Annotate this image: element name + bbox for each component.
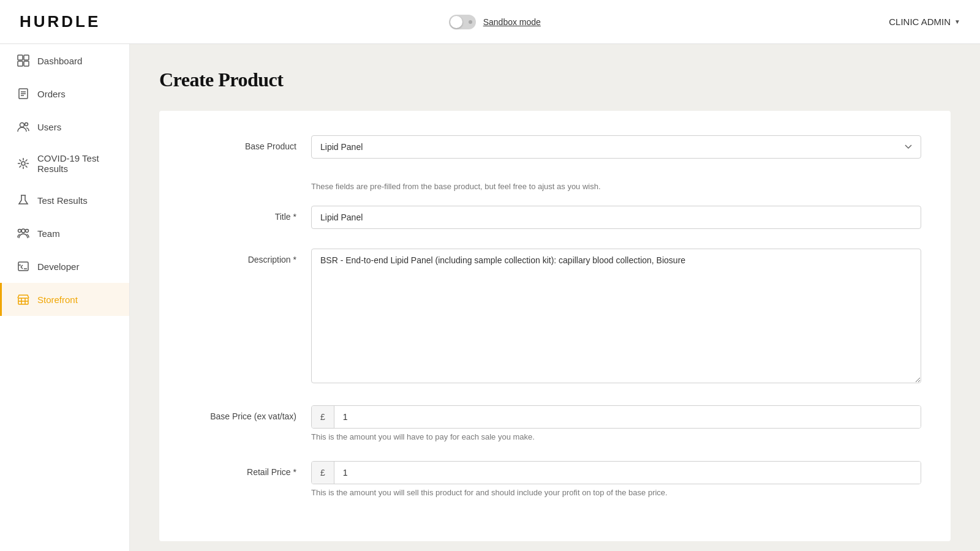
sidebar-item-label: Team [37,228,60,239]
test-results-icon [17,193,30,207]
clinic-admin-menu[interactable]: CLINIC ADMIN ▼ [889,17,960,27]
sidebar-item-team[interactable]: Team [0,217,129,250]
base-product-field: Lipid Panel Full Blood Count Thyroid Pan… [311,135,921,159]
base-price-wrapper: £ [311,405,921,429]
covid-icon [17,157,30,170]
svg-point-21 [26,230,29,233]
storefront-icon [17,293,30,306]
description-textarea[interactable]: BSR - End-to-end Lipid Panel (including … [311,249,921,383]
toggle-track[interactable] [449,15,476,29]
developer-icon [17,260,30,273]
svg-line-25 [21,267,23,269]
description-label: Description * [189,249,311,264]
svg-point-9 [25,123,28,126]
title-label: Title * [189,206,311,222]
svg-point-10 [21,162,25,165]
users-icon [17,120,30,133]
orders-icon [17,87,30,100]
svg-rect-23 [18,262,28,271]
svg-line-26 [21,265,23,267]
retail-price-input[interactable] [334,462,921,484]
base-price-row: Base Price (ex vat/tax) £ This is the am… [189,405,921,441]
clinic-admin-label: CLINIC ADMIN [889,17,951,27]
retail-price-wrapper: £ [311,461,921,484]
sidebar-item-label: Test Results [37,195,88,206]
title-row: Title * [189,206,921,229]
sandbox-label[interactable]: Sandbox mode [483,17,541,27]
svg-rect-0 [18,55,23,60]
sidebar-item-label: Storefront [37,294,78,305]
sidebar-item-covid[interactable]: COVID-19 Test Results [0,143,129,184]
header-center: Sandbox mode [449,15,541,29]
base-product-select[interactable]: Lipid Panel Full Blood Count Thyroid Pan… [311,135,921,159]
chevron-down-icon: ▼ [954,18,960,25]
svg-line-16 [26,166,28,168]
toggle-thumb [450,16,462,28]
svg-point-8 [20,123,24,127]
hint-row: These fields are pre-filled from the bas… [189,178,921,191]
sidebar-item-dashboard[interactable]: Dashboard [0,44,129,77]
base-price-currency: £ [312,406,334,428]
svg-rect-1 [24,55,29,60]
layout: Dashboard Orders Users [0,44,980,551]
sidebar-item-label: Users [37,122,61,132]
svg-line-18 [20,166,21,168]
retail-price-currency: £ [312,462,334,484]
svg-rect-2 [18,61,23,66]
page-title: Create Product [159,69,951,91]
base-product-label: Base Product [189,135,311,151]
base-price-field: £ This is the amount you will have to pa… [311,405,921,441]
retail-price-row: Retail Price * £ This is the amount you … [189,461,921,497]
retail-price-hint: This is the amount you will sell this pr… [311,488,921,497]
sidebar-item-label: Orders [37,89,66,99]
prefilled-hint: These fields are pre-filled from the bas… [311,182,921,191]
svg-line-17 [26,160,28,162]
main-content: Create Product Base Product Lipid Panel … [130,44,980,551]
team-icon [17,227,30,240]
sidebar-item-label: Dashboard [37,56,82,66]
form-card: Base Product Lipid Panel Full Blood Coun… [159,111,951,541]
svg-line-15 [20,160,21,162]
sidebar-item-users[interactable]: Users [0,110,129,143]
logo: HURDLE [20,12,100,31]
sidebar-item-storefront[interactable]: Storefront [0,283,129,316]
sidebar-item-developer[interactable]: Developer [0,250,129,283]
sandbox-toggle[interactable] [449,15,476,29]
svg-rect-3 [24,61,29,66]
description-field: BSR - End-to-end Lipid Panel (including … [311,249,921,386]
sidebar-item-orders[interactable]: Orders [0,77,129,110]
header: HURDLE Sandbox mode CLINIC ADMIN ▼ [0,0,980,44]
toggle-dot [469,20,472,24]
base-price-hint: This is the amount you will have to pay … [311,432,921,441]
title-input[interactable] [311,206,921,229]
dashboard-icon [17,54,30,67]
retail-price-field: £ This is the amount you will sell this … [311,461,921,497]
title-field [311,206,921,229]
base-product-row: Base Product Lipid Panel Full Blood Coun… [189,135,921,159]
retail-price-label: Retail Price * [189,461,311,477]
base-price-label: Base Price (ex vat/tax) [189,405,311,421]
svg-point-20 [21,229,25,233]
base-price-input[interactable] [334,406,921,428]
sidebar-item-label: Developer [37,261,79,272]
svg-point-22 [18,230,21,233]
sidebar-item-test-results[interactable]: Test Results [0,184,129,217]
description-row: Description * BSR - End-to-end Lipid Pan… [189,249,921,386]
sidebar-item-label: COVID-19 Test Results [37,153,115,174]
sidebar: Dashboard Orders Users [0,44,130,551]
